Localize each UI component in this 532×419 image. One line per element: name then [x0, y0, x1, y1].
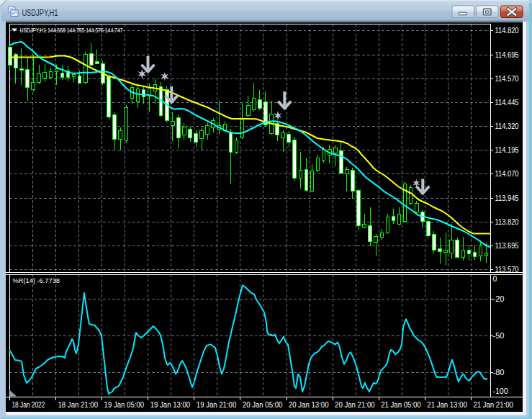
svg-text:-20: -20 — [493, 294, 505, 303]
svg-text:114.320: 114.320 — [495, 122, 519, 130]
svg-text:USDJPY,H1: USDJPY,H1 — [22, 8, 58, 18]
svg-text:19 Jan 13:00: 19 Jan 13:00 — [150, 400, 191, 409]
svg-text:18 Jan 21:00: 18 Jan 21:00 — [58, 400, 99, 409]
svg-text:114.570: 114.570 — [495, 74, 519, 83]
svg-text:114.070: 114.070 — [495, 169, 519, 178]
svg-text:0: 0 — [493, 274, 497, 283]
svg-text:114.695: 114.695 — [495, 50, 519, 59]
svg-text:113.820: 113.820 — [495, 217, 519, 226]
svg-text:21 Jan 21:00: 21 Jan 21:00 — [473, 400, 513, 409]
svg-text:20 Jan 13:00: 20 Jan 13:00 — [289, 400, 329, 409]
svg-text:20 Jan 21:00: 20 Jan 21:00 — [335, 400, 375, 409]
svg-text:19 Jan 21:00: 19 Jan 21:00 — [197, 400, 237, 409]
svg-text:113.570: 113.570 — [495, 265, 519, 274]
svg-text:21 Jan 05:00: 21 Jan 05:00 — [381, 400, 421, 409]
svg-text:114.195: 114.195 — [495, 145, 519, 154]
svg-text:-100: -100 — [493, 387, 508, 395]
svg-text:113.945: 113.945 — [495, 194, 519, 202]
svg-text:21 Jan 13:00: 21 Jan 13:00 — [427, 400, 467, 409]
svg-text:113.695: 113.695 — [495, 241, 519, 250]
svg-text:USDJPY,H1 144.668 144.755 144.: USDJPY,H1 144.668 144.755 144.576 144.74… — [20, 26, 123, 34]
svg-text:18 Jan 2022: 18 Jan 2022 — [12, 400, 45, 409]
svg-text:114.820: 114.820 — [495, 26, 519, 35]
svg-text:20 Jan 05:00: 20 Jan 05:00 — [243, 400, 283, 409]
svg-text:%R(14) -6.7738: %R(14) -6.7738 — [13, 276, 60, 284]
svg-text:114.445: 114.445 — [495, 98, 519, 107]
svg-text:-80: -80 — [493, 368, 505, 377]
svg-text:19 Jan 05:00: 19 Jan 05:00 — [104, 400, 145, 409]
svg-text:-50: -50 — [493, 331, 505, 340]
